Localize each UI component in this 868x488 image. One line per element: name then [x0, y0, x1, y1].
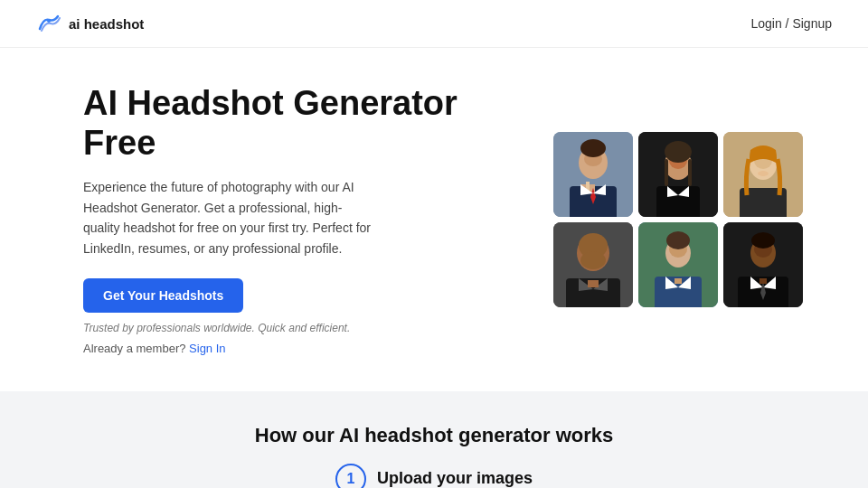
headshot-photo-6	[723, 222, 803, 307]
headshot-photo-3	[723, 132, 803, 217]
headshot-photo-5	[638, 222, 718, 307]
logo-link[interactable]: ai headshot	[36, 11, 144, 36]
trusted-text: Trusted by professionals worldwide. Quic…	[83, 322, 499, 334]
svg-rect-17	[688, 159, 692, 186]
svg-point-15	[665, 141, 692, 163]
svg-point-45	[751, 232, 775, 249]
logo-icon	[36, 11, 61, 36]
svg-point-0	[47, 19, 51, 23]
login-signup-link[interactable]: Login / Signup	[750, 16, 832, 31]
step-number: 1	[335, 464, 366, 488]
headshot-photo-2	[638, 132, 718, 217]
get-headshots-button[interactable]: Get Your Headshots	[83, 278, 243, 313]
member-prompt: Already a member? Sign In	[83, 342, 499, 355]
navbar: ai headshot Login / Signup	[0, 0, 868, 48]
sign-in-link[interactable]: Sign In	[189, 342, 225, 355]
how-title: How our AI headshot generator works	[36, 424, 832, 447]
hero-description: Experience the future of photography wit…	[83, 177, 373, 258]
hero-title: AI Headshot Generator Free	[83, 84, 499, 163]
hero-content: AI Headshot Generator Free Experience th…	[83, 84, 499, 355]
step-header: 1 Upload your images	[36, 464, 832, 488]
svg-rect-13	[656, 186, 700, 217]
svg-point-24	[758, 171, 769, 176]
headshot-photo-1	[553, 132, 633, 217]
svg-point-29	[580, 251, 606, 269]
svg-rect-49	[760, 278, 767, 284]
svg-point-10	[580, 139, 606, 157]
headshot-grid	[553, 132, 803, 307]
headshot-photo-4	[553, 222, 633, 307]
hero-section: AI Headshot Generator Free Experience th…	[0, 48, 868, 391]
svg-point-37	[666, 231, 690, 249]
svg-rect-40	[675, 278, 682, 284]
svg-rect-32	[588, 280, 599, 287]
svg-rect-16	[665, 159, 668, 186]
step-title: Upload your images	[377, 469, 533, 488]
how-it-works-section: How our AI headshot generator works 1 Up…	[0, 391, 868, 488]
logo-text: ai headshot	[69, 16, 144, 32]
